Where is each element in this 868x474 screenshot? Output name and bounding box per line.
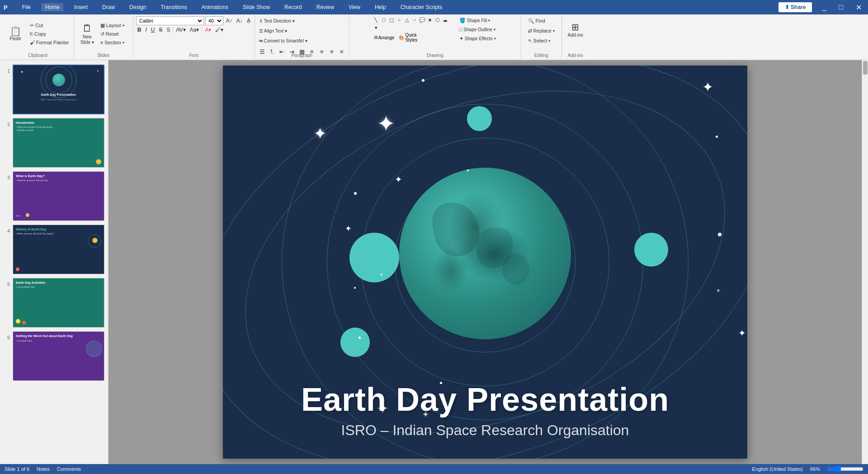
strikethrough-button[interactable]: S <box>157 26 164 33</box>
menu-transitions[interactable]: Transitions <box>157 3 190 11</box>
highlight-button[interactable]: 🖊▾ <box>214 26 225 33</box>
italic-button[interactable]: I <box>144 26 148 33</box>
section-icon: ≡ <box>100 40 103 45</box>
zoom-slider[interactable] <box>827 466 863 472</box>
arrange-icon: ⧉ <box>374 35 377 40</box>
shape-fill-icon: 🪣 <box>459 18 466 23</box>
shape-star-icon[interactable]: ★ <box>426 16 434 23</box>
planet-bottom-left <box>340 328 370 357</box>
reset-button[interactable]: ↺ Reset <box>99 30 130 38</box>
star-2: ✦ <box>377 111 396 137</box>
underline-button[interactable]: U <box>150 26 156 33</box>
menu-character-scripts[interactable]: Character Scripts <box>397 3 446 11</box>
replace-button[interactable]: ⇄ Replace ▾ <box>526 26 557 35</box>
shape-line-icon[interactable]: ╲ <box>373 16 380 23</box>
slide-thumb-1[interactable]: 1 ✦ ✦ Earth Day Presentation ISRO - Indi… <box>3 64 105 115</box>
comments-button[interactable]: Comments <box>57 466 81 472</box>
planet-left <box>349 233 399 282</box>
notes-button[interactable]: Notes <box>37 466 50 472</box>
planet-right <box>634 233 668 267</box>
copy-button[interactable]: ⎘ Copy <box>28 30 71 38</box>
addins-button[interactable]: ⊞ Add-ins <box>566 16 585 42</box>
menu-design[interactable]: Design <box>126 3 150 11</box>
slide-thumb-5[interactable]: 5 Earth Day Activities • List activities… <box>3 277 105 329</box>
layout-button[interactable]: ▦ Layout ▾ <box>99 21 130 29</box>
shape-pentagon-icon[interactable]: ⬠ <box>434 16 441 23</box>
new-slide-button[interactable]: 🗒 NewSlide ▾ <box>77 20 98 48</box>
menu-animations[interactable]: Animations <box>198 3 232 11</box>
menu-review[interactable]: Review <box>313 3 338 11</box>
quick-styles-icon: 🎨 <box>399 35 404 40</box>
vertical-scrollbar[interactable] <box>862 60 868 464</box>
star-1: ✦ <box>313 124 327 143</box>
zoom-level: 66% <box>810 466 820 472</box>
slide-info: Slide 1 of 6 <box>5 466 29 472</box>
menu-record[interactable]: Record <box>281 3 306 11</box>
convert-smartart-button[interactable]: ⇆ Convert to SmartArt ▾ <box>258 36 309 45</box>
shape-cloud-icon[interactable]: ☁ <box>442 16 449 23</box>
slide-main-subtitle: ISRO – Indian Space Research Organisatio… <box>223 422 747 439</box>
menu-home[interactable]: Home <box>42 3 63 11</box>
menu-slideshow[interactable]: Slide Show <box>239 3 274 11</box>
format-painter-icon: 🖌 <box>30 40 35 45</box>
canvas-area[interactable]: ✦ ✦ ✦ ✦ ✦ ✦ ✦ ✦ ✦ ✦ ✦ ✦ ✦ ✦ <box>108 60 862 464</box>
slide-thumb-2[interactable]: 2 Introduction • State the purpose of th… <box>3 117 105 169</box>
format-painter-button[interactable]: 🖌 Format Painter <box>28 38 71 47</box>
menu-help[interactable]: Help <box>371 3 390 11</box>
shape-effects-icon: ✦ <box>459 36 463 42</box>
cut-button[interactable]: ✂ Cut <box>28 21 71 29</box>
share-button[interactable]: ⬆ Share <box>778 2 812 12</box>
new-slide-icon: 🗒 <box>82 23 92 34</box>
select-icon: ↖ <box>528 38 532 44</box>
replace-icon: ⇄ <box>528 28 532 34</box>
align-text-button[interactable]: ☰ Align Text ▾ <box>258 26 288 35</box>
shape-rounded-rect-icon[interactable]: ▢ <box>388 16 395 23</box>
slide-panel: 1 ✦ ✦ Earth Day Presentation ISRO - Indi… <box>0 60 108 464</box>
menu-insert[interactable]: Insert <box>71 3 91 11</box>
shape-more-icon[interactable]: ▾ <box>373 24 380 31</box>
menu-draw[interactable]: Draw <box>99 3 118 11</box>
select-button[interactable]: ↖ Select ▾ <box>526 36 557 45</box>
arrange-button[interactable]: ⧉ Arrange <box>373 32 396 43</box>
shape-effects-button[interactable]: ✦ Shape Effects ▾ <box>458 34 498 42</box>
slide-thumb-6[interactable]: 6 Getting the Word Out about Earth Day •… <box>3 330 105 382</box>
scrollbar-thumb[interactable] <box>863 61 868 75</box>
layout-icon: ▦ <box>100 23 105 28</box>
shape-outline-button[interactable]: □ Shape Outline ▾ <box>458 25 498 33</box>
text-direction-button[interactable]: ⇕ Text Direction ▾ <box>258 16 296 25</box>
font-size-select[interactable]: 40 <box>205 16 223 25</box>
menu-view[interactable]: View <box>345 3 364 11</box>
addins-icon: ⊞ <box>571 22 579 33</box>
shape-callout-icon[interactable]: 💬 <box>419 16 426 23</box>
language-info: English (United States) <box>752 466 803 472</box>
star-6: ✦ <box>702 79 713 95</box>
star-10: ✦ <box>738 328 746 338</box>
shape-rect-icon[interactable]: □ <box>380 16 387 23</box>
decrease-font-button[interactable]: A↓ <box>235 17 244 24</box>
bold-button[interactable]: B <box>136 26 143 33</box>
main-slide: ✦ ✦ ✦ ✦ ✦ ✦ ✦ ✦ ✦ ✦ ✦ ✦ ✦ ✦ <box>223 66 747 459</box>
clear-format-button[interactable]: Ạ <box>245 17 252 24</box>
section-button[interactable]: ≡ Section ▾ <box>99 38 130 47</box>
slide-thumb-4[interactable]: 4 History of Earth Day • When and why di… <box>3 224 105 275</box>
shadow-button[interactable]: S <box>165 26 171 33</box>
planet-top <box>467 106 492 131</box>
menu-file[interactable]: File <box>19 3 34 11</box>
char-spacing-button[interactable]: AV▾ <box>175 26 187 33</box>
shape-triangle-icon[interactable]: △ <box>403 16 410 23</box>
shape-fill-button[interactable]: 🪣 Shape Fill ▾ <box>458 16 498 24</box>
find-button[interactable]: 🔍 Find <box>526 16 557 25</box>
font-case-button[interactable]: Aa▾ <box>189 26 201 33</box>
paste-icon: 📋 <box>10 27 21 36</box>
slide-thumb-3[interactable]: 3 What is Earth Day? • State the purpose… <box>3 170 105 222</box>
increase-font-button[interactable]: A↑ <box>225 17 234 24</box>
copy-icon: ⎘ <box>30 31 33 37</box>
star-5: ✦ <box>379 271 384 278</box>
shape-arrow-icon[interactable]: → <box>411 16 418 23</box>
font-color-button[interactable]: A▾ <box>203 26 212 33</box>
star-9: ✦ <box>716 287 721 294</box>
quick-styles-button[interactable]: 🎨 QuickStyles <box>397 32 419 43</box>
paste-button[interactable]: 📋 Paste <box>5 20 26 48</box>
font-name-select[interactable]: Calibri <box>136 16 204 25</box>
shape-oval-icon[interactable]: ○ <box>396 16 403 23</box>
